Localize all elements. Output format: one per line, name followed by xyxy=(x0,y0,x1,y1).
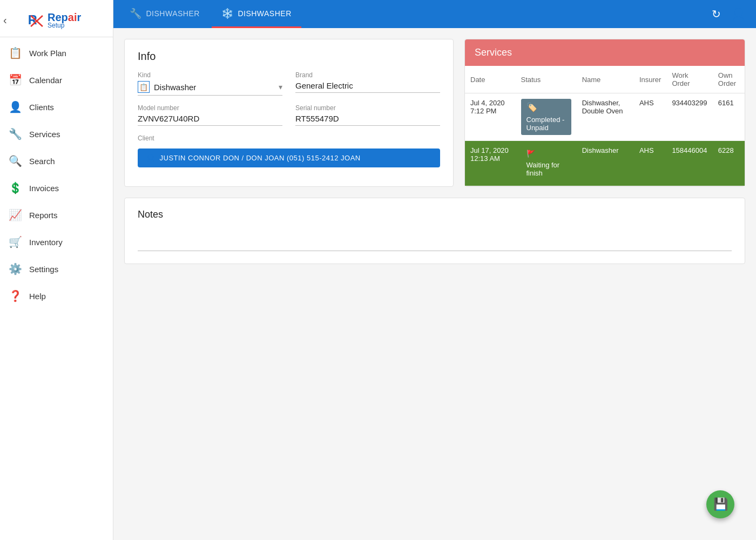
col-own-order: Own Order xyxy=(713,66,745,93)
row1-own-order: 6161 xyxy=(713,93,745,141)
brand-label: Brand xyxy=(295,71,440,79)
main-area: 🔧 DISHWASHER ❄️ DISHWASHER ↻ 👤 Info Kind… xyxy=(113,0,756,540)
client-label: Client xyxy=(138,134,440,142)
client-name: JUSTIN CONNOR DON / DON JOAN (051) 515-2… xyxy=(160,154,361,162)
model-value: ZVNV627U40RD xyxy=(138,114,282,126)
inventory-icon: 🛒 xyxy=(9,235,22,248)
content-row: Info Kind 📋 Dishwasher ▾ Brand Genera xyxy=(124,39,745,187)
search-icon: 🔍 xyxy=(9,154,22,167)
sidebar-item-search[interactable]: 🔍 Search xyxy=(0,147,113,174)
row2-insurer: AHS xyxy=(634,141,666,186)
sidebar-item-services[interactable]: 🔧 Services xyxy=(0,120,113,147)
status-completed-badge: 🏷️ Completed - Unpaid xyxy=(521,99,571,135)
table-row[interactable]: Jul 4, 2020 7:12 PM 🏷️ Completed - Unpai… xyxy=(465,93,745,141)
col-status: Status xyxy=(516,66,577,93)
serial-value: RT555479D xyxy=(295,114,440,126)
logo-icon: R xyxy=(26,10,48,31)
logo-subtext: Setup xyxy=(48,22,81,29)
tab-dishwasher-1[interactable]: 🔧 DISHWASHER xyxy=(120,0,210,28)
row1-name: Dishwasher, Double Oven xyxy=(577,93,634,141)
kind-group: Kind 📋 Dishwasher ▾ xyxy=(138,71,282,96)
services-icon: 🔧 xyxy=(9,127,22,140)
notes-input[interactable] xyxy=(138,227,732,251)
row2-own-order: 6228 xyxy=(713,141,745,186)
tab1-label: DISHWASHER xyxy=(146,9,200,18)
invoices-icon: 💲 xyxy=(9,181,22,194)
save-icon: 💾 xyxy=(713,497,728,511)
client-group: Client 👤 JUSTIN CONNOR DON / DON JOAN (0… xyxy=(138,134,440,167)
kind-value: 📋 Dishwasher ▾ xyxy=(138,81,282,96)
kind-brand-row: Kind 📋 Dishwasher ▾ Brand General Electr… xyxy=(138,71,440,96)
sidebar-item-label: Inventory xyxy=(29,238,63,247)
col-name: Name xyxy=(577,66,634,93)
work-plan-icon: 📋 xyxy=(9,46,22,59)
brand-group: Brand General Electric xyxy=(295,71,440,96)
waiting-icon: 🚩 xyxy=(526,150,535,158)
row2-date: Jul 17, 2020 12:13 AM xyxy=(465,141,516,186)
logo-area: ‹ R Repair Setup xyxy=(0,4,113,37)
kind-icon: 📋 xyxy=(138,81,150,93)
sidebar-item-calendar[interactable]: 📅 Calendar xyxy=(0,66,113,93)
completed-icon: 🏷️ xyxy=(526,102,537,112)
sidebar-item-invoices[interactable]: 💲 Invoices xyxy=(0,174,113,201)
services-card: Services Date Status Name Insurer Work O… xyxy=(464,39,745,187)
row1-date: Jul 4, 2020 7:12 PM xyxy=(465,93,516,141)
row1-status: 🏷️ Completed - Unpaid xyxy=(516,93,577,141)
notes-title: Notes xyxy=(138,209,732,220)
row2-name: Dishwasher xyxy=(577,141,634,186)
model-group: Model number ZVNV627U40RD xyxy=(138,104,282,126)
info-card: Info Kind 📋 Dishwasher ▾ Brand Genera xyxy=(124,39,454,187)
model-serial-row: Model number ZVNV627U40RD Serial number … xyxy=(138,104,440,126)
sidebar-item-label: Clients xyxy=(29,103,54,112)
client-button[interactable]: 👤 JUSTIN CONNOR DON / DON JOAN (051) 515… xyxy=(138,148,440,167)
sidebar-nav: 📋 Work Plan 📅 Calendar 👤 Clients 🔧 Servi… xyxy=(0,39,113,540)
services-header: Services xyxy=(465,39,745,66)
client-person-icon: 👤 xyxy=(146,154,156,162)
sidebar-item-help[interactable]: ❓ Help xyxy=(0,282,113,309)
kind-dropdown-icon[interactable]: ▾ xyxy=(279,83,282,91)
sidebar-item-label: Calendar xyxy=(29,76,62,85)
content-area: Info Kind 📋 Dishwasher ▾ Brand Genera xyxy=(113,28,756,540)
sidebar-item-inventory[interactable]: 🛒 Inventory xyxy=(0,228,113,255)
sidebar-item-label: Settings xyxy=(29,265,58,274)
sidebar-item-label: Invoices xyxy=(29,184,59,193)
brand-value: General Electric xyxy=(295,81,440,93)
clients-icon: 👤 xyxy=(9,100,22,113)
sidebar-item-reports[interactable]: 📈 Reports xyxy=(0,201,113,228)
sidebar: ‹ R Repair Setup 📋 Work Plan 📅 Calendar … xyxy=(0,0,113,540)
refresh-button[interactable]: ↻ xyxy=(707,4,725,24)
status-waiting-badge: 🚩 Waiting for finish xyxy=(521,146,571,180)
sidebar-item-work-plan[interactable]: 📋 Work Plan xyxy=(0,39,113,66)
sidebar-item-settings[interactable]: ⚙️ Settings xyxy=(0,255,113,282)
col-insurer: Insurer xyxy=(634,66,666,93)
help-icon: ❓ xyxy=(9,289,22,302)
save-fab-button[interactable]: 💾 xyxy=(706,490,734,518)
tab2-label: DISHWASHER xyxy=(238,9,291,18)
sidebar-item-label: Search xyxy=(29,157,55,166)
table-row[interactable]: Jul 17, 2020 12:13 AM 🚩 Waiting for fini… xyxy=(465,141,745,186)
reports-icon: 📈 xyxy=(9,208,22,221)
col-work-order: Work Order xyxy=(666,66,712,93)
sidebar-item-label: Reports xyxy=(29,211,58,220)
notes-card: Notes xyxy=(124,198,745,264)
sidebar-item-label: Work Plan xyxy=(29,49,66,58)
info-title: Info xyxy=(138,50,440,63)
model-label: Model number xyxy=(138,104,282,112)
sidebar-item-label: Help xyxy=(29,292,46,301)
back-button[interactable]: ‹ xyxy=(3,14,7,26)
tab-dishwasher-2[interactable]: ❄️ DISHWASHER xyxy=(212,0,301,28)
tab2-icon: ❄️ xyxy=(221,8,234,19)
tab1-icon: 🔧 xyxy=(130,8,142,19)
row1-work-order: 934403299 xyxy=(666,93,712,141)
profile-button[interactable]: 👤 xyxy=(727,4,750,24)
calendar-icon: 📅 xyxy=(9,73,22,86)
col-date: Date xyxy=(465,66,516,93)
topbar: 🔧 DISHWASHER ❄️ DISHWASHER ↻ 👤 xyxy=(113,0,756,28)
row2-status: 🚩 Waiting for finish xyxy=(516,141,577,186)
services-table-header: Date Status Name Insurer Work Order Own … xyxy=(465,66,745,93)
sidebar-item-clients[interactable]: 👤 Clients xyxy=(0,93,113,120)
settings-icon: ⚙️ xyxy=(9,262,22,275)
serial-label: Serial number xyxy=(295,104,440,112)
kind-label: Kind xyxy=(138,71,282,79)
sidebar-item-label: Services xyxy=(29,130,60,139)
